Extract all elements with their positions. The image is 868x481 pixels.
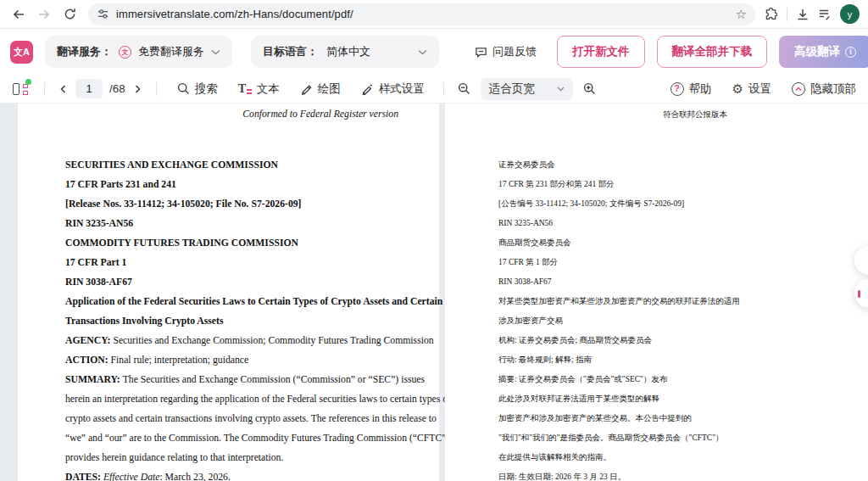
doc-line-text: 17 CFR 第 231 部分和第 241 部分 <box>498 180 615 188</box>
url-text[interactable]: immersivetranslate.com/zh-Hans/document/… <box>116 8 729 20</box>
viewer-margin <box>0 103 18 481</box>
pro-translate-label: 高级翻译 <box>794 44 840 59</box>
header-actions: 问题反馈 打开新文件 翻译全部并下载 高级翻译 i <box>475 36 858 68</box>
doc-line-text: 涉及加密资产交易 <box>498 316 563 325</box>
immersive-translate-logo-icon: 文A <box>10 41 33 64</box>
zoom-in-icon[interactable] <box>583 82 596 95</box>
doc-line-text: : March 23, 2026. <box>159 472 230 481</box>
doc-line: 17 CFR 第 231 部分和第 241 部分 <box>498 175 856 194</box>
translation-service-dropdown[interactable]: 翻译服务： 文 免费翻译服务 <box>45 36 232 68</box>
doc-line: RIN 3235-AN56 <box>65 214 419 233</box>
doc-line-text: 摘要: 证券交易委员会（"委员会"或"SEC"）发布 <box>498 375 667 383</box>
doc-line: Application of the Federal Securities La… <box>65 292 419 311</box>
doc-line: “we” and “our” are to the Commission. Th… <box>65 428 419 448</box>
forward-icon[interactable] <box>34 4 54 25</box>
thumb-square-icon <box>23 91 28 95</box>
translate-all-download-button[interactable]: 翻译全部并下载 <box>657 36 768 68</box>
next-page-icon[interactable] <box>132 84 142 94</box>
target-language-label: 目标语言： <box>263 44 318 59</box>
bookmark-star-icon[interactable]: ☆ <box>736 7 747 22</box>
doc-line: SECURITIES AND EXCHANGE COMMISSION <box>65 155 419 175</box>
doc-line: 17 CFR 第 1 部分 <box>498 253 856 272</box>
page-number-input[interactable] <box>75 79 103 98</box>
chevron-down-icon <box>418 49 427 55</box>
back-icon[interactable] <box>8 4 29 25</box>
text-tool-button[interactable]: T 文本 <box>238 81 280 97</box>
hide-top-button[interactable]: 隐藏顶部 <box>792 81 856 97</box>
floating-widget <box>854 246 868 308</box>
page-navigator: /68 <box>58 79 142 98</box>
pro-translate-button[interactable]: 高级翻译 i <box>779 36 868 68</box>
feedback-link[interactable]: 问题反馈 <box>475 44 537 59</box>
target-language-dropdown[interactable]: 目标语言： 简体中文 <box>251 36 439 68</box>
doc-line: RIN 3038-AF67 <box>498 272 856 292</box>
help-button[interactable]: ? 帮助 <box>670 81 712 97</box>
doc-line: ACTION: Final rule; interpretation; guid… <box>65 350 419 370</box>
doc-line: 商品期货交易委员会 <box>498 233 856 253</box>
doc-line: 加密资产和涉及加密资产的某些交易。本公告中提到的 <box>498 409 856 428</box>
info-icon: i <box>845 47 856 58</box>
style-settings-button[interactable]: 样式设置 <box>361 81 425 97</box>
prev-page-icon[interactable] <box>58 84 69 94</box>
doc-line-bold: SUMMARY: <box>65 374 123 385</box>
toolbar-right-actions: ? 帮助 ⚙ 设置 隐藏顶部 <box>670 81 856 97</box>
doc-line: RIN 3235-AN56 <box>498 214 856 233</box>
doc-line-text: Securities and Exchange Commission; Comm… <box>113 335 433 346</box>
draw-tool-label: 绘图 <box>318 81 341 97</box>
settings-button[interactable]: ⚙ 设置 <box>732 81 771 97</box>
doc-line-text: Final rule; interpretation; guidance <box>111 355 249 366</box>
style-settings-label: 样式设置 <box>379 81 425 97</box>
doc-line-text: 对某些类型加密资产和某些涉及加密资产的交易的联邦证券法的适用 <box>498 297 740 305</box>
doc-line: DATES: Effective Date: March 23, 2026. <box>65 467 419 481</box>
doc-line: 17 CFR Part 1 <box>65 253 419 272</box>
search-button[interactable]: 搜索 <box>177 81 218 97</box>
page-outline-icon <box>13 83 19 95</box>
open-new-file-button[interactable]: 打开新文件 <box>557 36 645 68</box>
doc-line: provides herein guidance relating to tha… <box>65 448 419 467</box>
profile-avatar[interactable]: y <box>840 4 860 24</box>
zoom-out-icon[interactable] <box>458 82 470 95</box>
doc-line: 机构: 证券交易委员会; 商品期货交易委员会 <box>498 331 856 350</box>
divider <box>443 82 444 96</box>
doc-line-text: herein an interpretation regarding the a… <box>65 394 451 405</box>
doc-line: SUMMARY: The Securities and Exchange Com… <box>65 370 419 389</box>
doc-line-text: 日期: 生效日期: 2026 年 3 月 23 日。 <box>498 473 626 481</box>
site-info-icon[interactable] <box>97 8 109 20</box>
doc-line-text: RIN 3038-AF67 <box>498 277 552 286</box>
doc-line: 涉及加密资产交易 <box>498 311 856 331</box>
download-icon[interactable] <box>796 8 810 21</box>
pdf-toolbar: /68 搜索 T 文本 绘图 样式设置 适合页宽 ? <box>0 75 868 103</box>
original-text-block: SECURITIES AND EXCHANGE COMMISSION 17 CF… <box>18 155 439 481</box>
doc-line-bold: [Release Nos. 33-11412; 34-105020; File … <box>65 199 302 210</box>
doc-line-text: [公告编号 33-11412; 34-105020; 文件编号 S7-2026-… <box>498 199 684 208</box>
doc-line-bold: Application of the Federal Securities La… <box>65 296 442 307</box>
divider <box>787 8 787 21</box>
service-label: 翻译服务： <box>57 44 112 59</box>
extensions-icon[interactable] <box>764 7 778 21</box>
reload-icon[interactable] <box>59 4 80 25</box>
floating-action-button[interactable] <box>854 246 868 275</box>
zoom-mode-dropdown[interactable]: 适合页宽 <box>481 78 573 100</box>
divider <box>156 82 157 96</box>
doc-line-bold: ACTION: <box>65 355 111 366</box>
pink-indicator <box>858 290 860 298</box>
doc-line: COMMODITY FUTURES TRADING COMMISSION <box>65 233 419 253</box>
target-language-value: 简体中文 <box>326 44 370 59</box>
doc-line-text: 在此提供与该解释相关的指南。 <box>498 453 611 461</box>
address-bar[interactable]: immersivetranslate.com/zh-Hans/document/… <box>88 3 755 25</box>
text-tool-icon: T <box>238 82 252 95</box>
floating-action-button[interactable] <box>854 279 868 308</box>
help-label: 帮助 <box>689 81 712 97</box>
doc-line: [Release Nos. 33-11412; 34-105020; File … <box>65 194 419 214</box>
doc-line-text: The Securities and Exchange Commission (… <box>123 374 425 385</box>
browser-actions: y <box>764 4 860 24</box>
thumbnail-panel-toggle[interactable] <box>12 81 31 97</box>
doc-line-text: 此处涉及对联邦证券法适用于某些类型的解释 <box>498 394 659 403</box>
draw-tool-button[interactable]: 绘图 <box>300 81 341 97</box>
reading-list-icon[interactable] <box>818 8 832 21</box>
doc-line: "我们"和"我们的"是指委员会。商品期货交易委员会（"CFTC"） <box>498 428 856 448</box>
pdf-document-viewer: Conformed to Federal Register version SE… <box>0 103 868 481</box>
doc-line: 摘要: 证券交易委员会（"委员会"或"SEC"）发布 <box>498 370 856 389</box>
doc-line-text: provides herein guidance relating to tha… <box>65 452 283 463</box>
doc-line-text: 证券交易委员会 <box>498 160 555 169</box>
